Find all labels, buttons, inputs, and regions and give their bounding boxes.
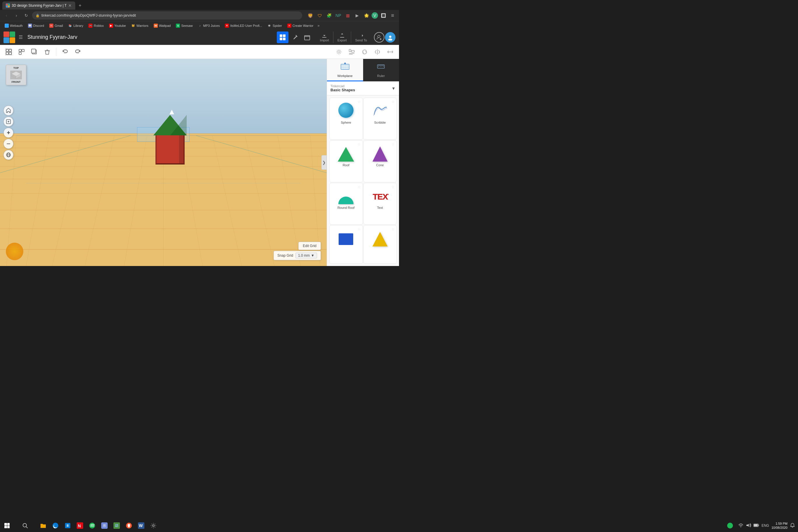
bookmarks-bar: 🌐 Webauth 💬 Discord ✉ Gmail 📚 Library 🎮 … (0, 21, 399, 30)
light-button[interactable] (334, 47, 344, 57)
bookmark-roblox[interactable]: 🎮 Roblox (86, 23, 106, 28)
mirror-button[interactable] (372, 47, 383, 57)
shape8-icon (371, 229, 389, 246)
wattpad-icon: W (154, 24, 158, 28)
vpn-icon[interactable]: V (372, 12, 378, 19)
sphere-star[interactable]: ☆ (358, 100, 361, 104)
duplicate-button[interactable] (29, 47, 40, 57)
svg-text:TEXT: TEXT (373, 192, 388, 201)
extension-icon-1[interactable]: 🧩 (325, 12, 333, 20)
menu-icon[interactable]: ≡ (388, 12, 397, 20)
bookmark-discord[interactable]: 💬 Discord (26, 23, 46, 28)
svg-rect-5 (283, 34, 286, 37)
undo-button[interactable] (60, 47, 70, 57)
cone-star[interactable]: ☆ (392, 142, 395, 147)
nav-forward-button[interactable]: › (12, 12, 20, 20)
round-roof-star[interactable]: ☆ (358, 185, 361, 189)
workplane-tab[interactable]: Workplane (327, 59, 363, 81)
shape-yellow-cone[interactable]: ☆ (363, 225, 397, 264)
add-user-button[interactable] (374, 32, 384, 43)
rotate-button[interactable] (359, 47, 370, 57)
shape-round-roof[interactable]: ☆ Round Roof (329, 183, 363, 225)
itsme-icon: ✕ (225, 24, 229, 28)
menu-icon[interactable]: ☰ (19, 34, 23, 40)
align-button[interactable] (346, 47, 357, 57)
library-dropdown-button[interactable]: ▼ (392, 86, 396, 91)
bookmark-youtube[interactable]: ▶ Youtube (107, 23, 128, 28)
active-tab[interactable]: 3D design Stunning Fyyran-Jarv | T ✕ (2, 1, 75, 10)
bookmark-seesaw[interactable]: S Seesaw (173, 23, 195, 28)
address-bar[interactable]: 🔒 tinkercad.com/things/dkpDpoQWfFJ-stunn… (32, 12, 302, 20)
group-button[interactable] (3, 47, 14, 57)
hammer-button[interactable] (289, 32, 301, 43)
orbit-button[interactable] (3, 150, 14, 160)
ungroup-button[interactable] (16, 47, 27, 57)
flip-button[interactable] (385, 47, 396, 57)
edit-grid-button[interactable]: Edit Grid (298, 242, 321, 250)
shape-blue-box[interactable]: ☆ (329, 225, 363, 264)
viewport[interactable]: TOP FRONT (0, 59, 327, 266)
zoom-in-button[interactable]: + (3, 128, 14, 138)
library-icon: 📚 (68, 24, 72, 28)
import-button[interactable]: Import (316, 32, 334, 43)
bookmark-itsme[interactable]: ✕ ItsMeLED User Profi... (223, 23, 264, 28)
roof-star[interactable]: ☆ (358, 142, 361, 147)
shape-cone[interactable]: ☆ Cone (363, 140, 397, 182)
zoom-out-button[interactable]: − (3, 139, 14, 149)
nav-back-button[interactable]: ‹ (2, 12, 11, 20)
round-roof-visual (338, 196, 354, 204)
delete-button[interactable] (42, 47, 53, 57)
tab-close-button[interactable]: ✕ (68, 3, 72, 8)
canvas-3d[interactable]: TOP FRONT (0, 59, 327, 266)
scribble-star[interactable]: ☆ (392, 100, 395, 104)
browser-chrome: 3D design Stunning Fyyran-Jarv | T ✕ + ‹… (0, 0, 399, 30)
extension-icon-3[interactable]: ▩ (344, 12, 352, 20)
export-button[interactable]: Export (334, 32, 351, 43)
house-object[interactable] (153, 115, 187, 165)
box-button[interactable] (301, 32, 313, 43)
bookmark-createwarrior[interactable]: ✕ Create Warrior (285, 23, 316, 28)
house-roof (153, 115, 187, 135)
snap-grid-value-button[interactable]: 1.0 mm ▼ (296, 252, 317, 259)
bookmark-webauth[interactable]: 🌐 Webauth (2, 23, 25, 28)
shape-text[interactable]: ☆ TEXT Text (363, 183, 397, 225)
nav-refresh-button[interactable]: ↻ (22, 12, 30, 20)
brave-icon[interactable]: 🦁 (306, 12, 315, 20)
shape7-star[interactable]: ☆ (358, 227, 361, 231)
bookmark-warriors[interactable]: 🐱 Warriors (129, 23, 151, 28)
bookmark-wattpad[interactable]: W Wattpad (151, 23, 173, 28)
shape-roof[interactable]: ☆ Roof (329, 140, 363, 182)
collapse-panel-button[interactable]: ❯ (321, 155, 327, 170)
redo-button[interactable] (73, 47, 83, 57)
new-tab-button[interactable]: + (76, 2, 83, 9)
bookmark-mp3[interactable]: ♪ MP3 Juices (196, 23, 222, 28)
user-avatar[interactable] (385, 32, 396, 43)
send-to-button[interactable]: Send To (351, 32, 371, 43)
shape-scribble[interactable]: ☆ Scribble (363, 98, 397, 140)
snap-grid-value: 1.0 mm (298, 253, 310, 258)
fit-view-button[interactable] (3, 117, 14, 127)
bookmark-library[interactable]: 📚 Library (66, 23, 86, 28)
extension-icon-6[interactable]: 🔳 (379, 12, 387, 20)
bookmark-spider[interactable]: 🕷 Spider (265, 23, 284, 28)
home-view-button[interactable] (3, 106, 14, 115)
view-cube[interactable]: TOP FRONT (6, 65, 29, 88)
panel-tabs: Workplane Ruler (327, 59, 399, 81)
project-name[interactable]: Stunning Fyyran-Jarv (27, 34, 77, 40)
webauth-icon: 🌐 (5, 24, 9, 28)
shape8-star[interactable]: ☆ (392, 227, 395, 231)
shape-sphere[interactable]: ☆ Sphere (329, 98, 363, 140)
extension-icon-4[interactable]: ▶ (353, 12, 361, 20)
house-body (155, 135, 185, 165)
extension-icon-2[interactable]: NP (334, 12, 342, 20)
ruler-tab[interactable]: Ruler (363, 59, 399, 81)
bookmark-gmail[interactable]: ✉ Gmail (47, 23, 65, 28)
extension-icon-5[interactable]: 🌟 (362, 12, 370, 20)
text-star[interactable]: ☆ (392, 185, 395, 189)
bookmarks-more-button[interactable]: » (317, 23, 319, 28)
roof-label: Roof (343, 163, 349, 167)
view-cube-box[interactable]: TOP FRONT (6, 65, 26, 85)
grid-view-button[interactable] (277, 32, 288, 43)
sun-decoration (6, 243, 23, 260)
brave-shield[interactable]: 🛡 (316, 12, 324, 20)
